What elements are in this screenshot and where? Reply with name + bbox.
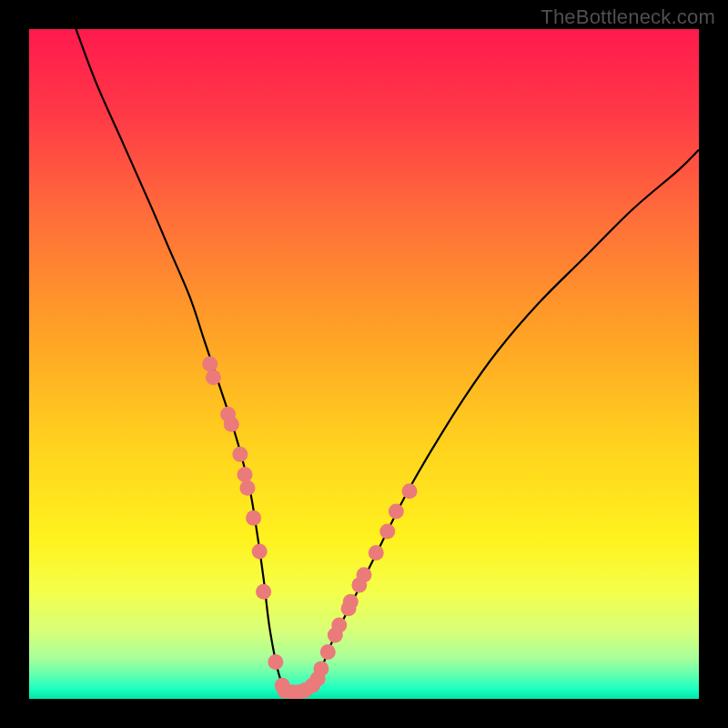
curve-marker	[357, 567, 372, 582]
chart-svg	[29, 29, 699, 699]
curve-marker	[252, 544, 268, 560]
curve-marker	[369, 545, 384, 561]
chart-frame: TheBottleneck.com	[0, 0, 728, 728]
curve-marker	[343, 594, 359, 610]
plot-area	[29, 29, 699, 699]
curve-marker	[239, 480, 255, 496]
gradient-background	[29, 29, 699, 699]
curve-marker	[206, 369, 221, 385]
curve-marker	[237, 467, 252, 482]
curve-marker	[379, 524, 395, 540]
curve-marker	[232, 447, 248, 462]
watermark-text: TheBottleneck.com	[541, 5, 715, 29]
curve-marker	[402, 483, 418, 499]
curve-marker	[389, 503, 404, 519]
curve-marker	[224, 417, 239, 432]
curve-marker	[331, 618, 347, 633]
curve-marker	[256, 584, 271, 600]
curve-marker	[246, 511, 261, 526]
curve-marker	[268, 654, 283, 670]
curve-marker	[313, 661, 329, 676]
curve-marker	[320, 644, 336, 660]
curve-marker	[202, 357, 217, 372]
